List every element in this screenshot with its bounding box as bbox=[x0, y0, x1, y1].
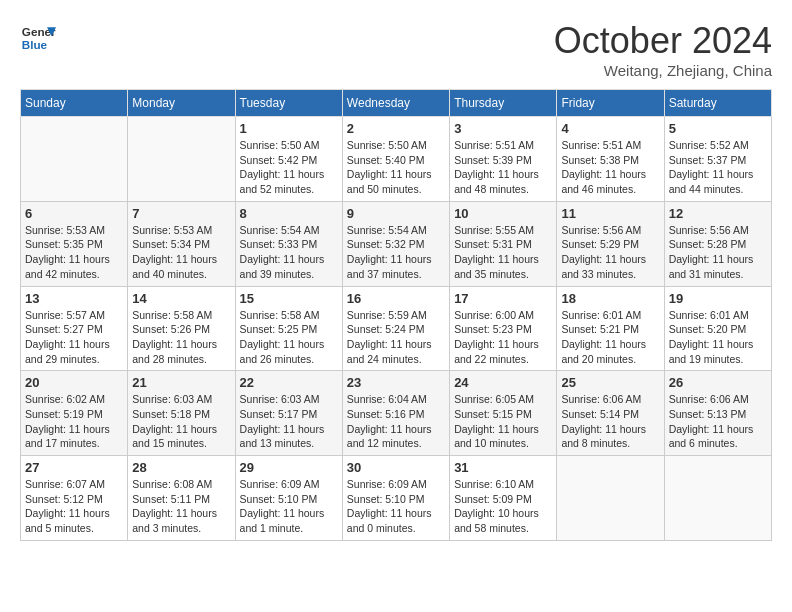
day-info: Sunrise: 6:09 AM Sunset: 5:10 PM Dayligh… bbox=[347, 477, 445, 536]
day-number: 17 bbox=[454, 291, 552, 306]
calendar-cell: 16Sunrise: 5:59 AM Sunset: 5:24 PM Dayli… bbox=[342, 286, 449, 371]
day-info: Sunrise: 5:50 AM Sunset: 5:42 PM Dayligh… bbox=[240, 138, 338, 197]
weekday-header: Friday bbox=[557, 90, 664, 117]
day-info: Sunrise: 6:06 AM Sunset: 5:14 PM Dayligh… bbox=[561, 392, 659, 451]
day-number: 10 bbox=[454, 206, 552, 221]
day-info: Sunrise: 6:01 AM Sunset: 5:20 PM Dayligh… bbox=[669, 308, 767, 367]
calendar-cell: 31Sunrise: 6:10 AM Sunset: 5:09 PM Dayli… bbox=[450, 456, 557, 541]
calendar-week-row: 27Sunrise: 6:07 AM Sunset: 5:12 PM Dayli… bbox=[21, 456, 772, 541]
day-number: 25 bbox=[561, 375, 659, 390]
calendar-cell bbox=[557, 456, 664, 541]
day-number: 9 bbox=[347, 206, 445, 221]
weekday-header: Saturday bbox=[664, 90, 771, 117]
day-number: 12 bbox=[669, 206, 767, 221]
day-info: Sunrise: 6:09 AM Sunset: 5:10 PM Dayligh… bbox=[240, 477, 338, 536]
day-info: Sunrise: 5:54 AM Sunset: 5:33 PM Dayligh… bbox=[240, 223, 338, 282]
calendar-week-row: 13Sunrise: 5:57 AM Sunset: 5:27 PM Dayli… bbox=[21, 286, 772, 371]
location: Weitang, Zhejiang, China bbox=[554, 62, 772, 79]
month-title: October 2024 bbox=[554, 20, 772, 62]
day-info: Sunrise: 5:58 AM Sunset: 5:26 PM Dayligh… bbox=[132, 308, 230, 367]
day-info: Sunrise: 6:07 AM Sunset: 5:12 PM Dayligh… bbox=[25, 477, 123, 536]
day-info: Sunrise: 5:58 AM Sunset: 5:25 PM Dayligh… bbox=[240, 308, 338, 367]
calendar-cell: 28Sunrise: 6:08 AM Sunset: 5:11 PM Dayli… bbox=[128, 456, 235, 541]
calendar-cell: 29Sunrise: 6:09 AM Sunset: 5:10 PM Dayli… bbox=[235, 456, 342, 541]
day-info: Sunrise: 5:53 AM Sunset: 5:35 PM Dayligh… bbox=[25, 223, 123, 282]
day-info: Sunrise: 5:59 AM Sunset: 5:24 PM Dayligh… bbox=[347, 308, 445, 367]
calendar-table: SundayMondayTuesdayWednesdayThursdayFrid… bbox=[20, 89, 772, 541]
day-number: 16 bbox=[347, 291, 445, 306]
calendar-cell: 30Sunrise: 6:09 AM Sunset: 5:10 PM Dayli… bbox=[342, 456, 449, 541]
day-info: Sunrise: 5:51 AM Sunset: 5:39 PM Dayligh… bbox=[454, 138, 552, 197]
calendar-cell: 12Sunrise: 5:56 AM Sunset: 5:28 PM Dayli… bbox=[664, 201, 771, 286]
day-info: Sunrise: 6:00 AM Sunset: 5:23 PM Dayligh… bbox=[454, 308, 552, 367]
calendar-cell bbox=[664, 456, 771, 541]
weekday-header: Sunday bbox=[21, 90, 128, 117]
calendar-cell: 23Sunrise: 6:04 AM Sunset: 5:16 PM Dayli… bbox=[342, 371, 449, 456]
day-info: Sunrise: 6:06 AM Sunset: 5:13 PM Dayligh… bbox=[669, 392, 767, 451]
calendar-week-row: 1Sunrise: 5:50 AM Sunset: 5:42 PM Daylig… bbox=[21, 117, 772, 202]
day-number: 3 bbox=[454, 121, 552, 136]
day-number: 13 bbox=[25, 291, 123, 306]
svg-text:Blue: Blue bbox=[22, 38, 48, 51]
weekday-header: Thursday bbox=[450, 90, 557, 117]
page-header: General Blue October 2024 Weitang, Zheji… bbox=[20, 20, 772, 79]
day-info: Sunrise: 6:08 AM Sunset: 5:11 PM Dayligh… bbox=[132, 477, 230, 536]
calendar-cell: 11Sunrise: 5:56 AM Sunset: 5:29 PM Dayli… bbox=[557, 201, 664, 286]
day-number: 31 bbox=[454, 460, 552, 475]
calendar-cell: 5Sunrise: 5:52 AM Sunset: 5:37 PM Daylig… bbox=[664, 117, 771, 202]
calendar-cell: 25Sunrise: 6:06 AM Sunset: 5:14 PM Dayli… bbox=[557, 371, 664, 456]
day-info: Sunrise: 6:03 AM Sunset: 5:18 PM Dayligh… bbox=[132, 392, 230, 451]
calendar-cell: 4Sunrise: 5:51 AM Sunset: 5:38 PM Daylig… bbox=[557, 117, 664, 202]
weekday-header: Wednesday bbox=[342, 90, 449, 117]
day-info: Sunrise: 5:56 AM Sunset: 5:28 PM Dayligh… bbox=[669, 223, 767, 282]
day-number: 19 bbox=[669, 291, 767, 306]
day-info: Sunrise: 5:56 AM Sunset: 5:29 PM Dayligh… bbox=[561, 223, 659, 282]
day-number: 30 bbox=[347, 460, 445, 475]
calendar-cell: 14Sunrise: 5:58 AM Sunset: 5:26 PM Dayli… bbox=[128, 286, 235, 371]
calendar-cell: 17Sunrise: 6:00 AM Sunset: 5:23 PM Dayli… bbox=[450, 286, 557, 371]
day-number: 24 bbox=[454, 375, 552, 390]
day-info: Sunrise: 6:03 AM Sunset: 5:17 PM Dayligh… bbox=[240, 392, 338, 451]
calendar-cell: 22Sunrise: 6:03 AM Sunset: 5:17 PM Dayli… bbox=[235, 371, 342, 456]
logo-icon: General Blue bbox=[20, 20, 56, 56]
day-info: Sunrise: 5:57 AM Sunset: 5:27 PM Dayligh… bbox=[25, 308, 123, 367]
day-number: 8 bbox=[240, 206, 338, 221]
day-info: Sunrise: 5:52 AM Sunset: 5:37 PM Dayligh… bbox=[669, 138, 767, 197]
calendar-cell: 13Sunrise: 5:57 AM Sunset: 5:27 PM Dayli… bbox=[21, 286, 128, 371]
weekday-header-row: SundayMondayTuesdayWednesdayThursdayFrid… bbox=[21, 90, 772, 117]
day-number: 28 bbox=[132, 460, 230, 475]
day-number: 20 bbox=[25, 375, 123, 390]
logo: General Blue bbox=[20, 20, 56, 56]
day-number: 2 bbox=[347, 121, 445, 136]
calendar-cell: 19Sunrise: 6:01 AM Sunset: 5:20 PM Dayli… bbox=[664, 286, 771, 371]
day-number: 27 bbox=[25, 460, 123, 475]
day-number: 6 bbox=[25, 206, 123, 221]
day-number: 21 bbox=[132, 375, 230, 390]
calendar-week-row: 20Sunrise: 6:02 AM Sunset: 5:19 PM Dayli… bbox=[21, 371, 772, 456]
calendar-cell: 10Sunrise: 5:55 AM Sunset: 5:31 PM Dayli… bbox=[450, 201, 557, 286]
calendar-cell: 1Sunrise: 5:50 AM Sunset: 5:42 PM Daylig… bbox=[235, 117, 342, 202]
day-info: Sunrise: 6:01 AM Sunset: 5:21 PM Dayligh… bbox=[561, 308, 659, 367]
day-number: 26 bbox=[669, 375, 767, 390]
calendar-cell: 2Sunrise: 5:50 AM Sunset: 5:40 PM Daylig… bbox=[342, 117, 449, 202]
day-number: 11 bbox=[561, 206, 659, 221]
day-number: 5 bbox=[669, 121, 767, 136]
title-block: October 2024 Weitang, Zhejiang, China bbox=[554, 20, 772, 79]
day-number: 29 bbox=[240, 460, 338, 475]
day-number: 7 bbox=[132, 206, 230, 221]
day-info: Sunrise: 5:53 AM Sunset: 5:34 PM Dayligh… bbox=[132, 223, 230, 282]
day-number: 4 bbox=[561, 121, 659, 136]
calendar-cell: 6Sunrise: 5:53 AM Sunset: 5:35 PM Daylig… bbox=[21, 201, 128, 286]
calendar-cell: 27Sunrise: 6:07 AM Sunset: 5:12 PM Dayli… bbox=[21, 456, 128, 541]
day-info: Sunrise: 5:54 AM Sunset: 5:32 PM Dayligh… bbox=[347, 223, 445, 282]
calendar-cell bbox=[128, 117, 235, 202]
day-info: Sunrise: 6:04 AM Sunset: 5:16 PM Dayligh… bbox=[347, 392, 445, 451]
calendar-cell bbox=[21, 117, 128, 202]
day-info: Sunrise: 5:51 AM Sunset: 5:38 PM Dayligh… bbox=[561, 138, 659, 197]
day-number: 15 bbox=[240, 291, 338, 306]
calendar-cell: 3Sunrise: 5:51 AM Sunset: 5:39 PM Daylig… bbox=[450, 117, 557, 202]
day-number: 23 bbox=[347, 375, 445, 390]
day-info: Sunrise: 5:50 AM Sunset: 5:40 PM Dayligh… bbox=[347, 138, 445, 197]
day-info: Sunrise: 6:10 AM Sunset: 5:09 PM Dayligh… bbox=[454, 477, 552, 536]
day-number: 14 bbox=[132, 291, 230, 306]
